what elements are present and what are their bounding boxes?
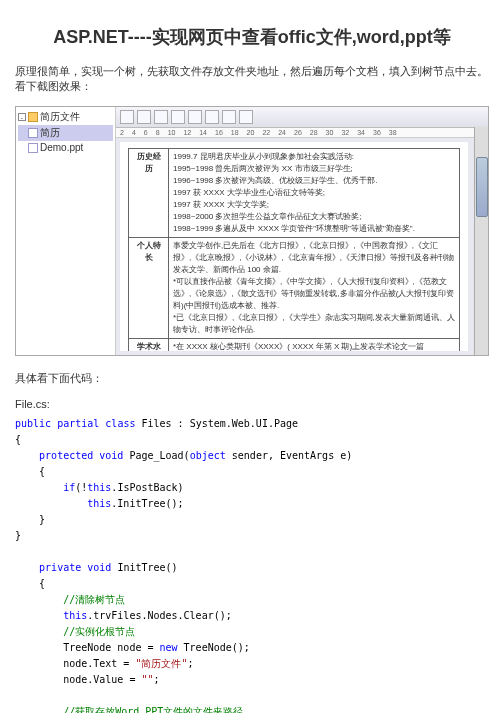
- ruler: 2468101214161820222426283032343638: [116, 128, 488, 138]
- doc-row-label: 个人特长: [129, 238, 169, 339]
- tree-item-doc[interactable]: 简历: [18, 125, 113, 141]
- page-title: ASP.NET----实现网页中查看offic文件,word,ppt等: [15, 25, 489, 49]
- tree-item-ppt[interactable]: Demo.ppt: [18, 141, 113, 154]
- tree-item-label: Demo.ppt: [40, 142, 83, 153]
- tree-root-label: 简历文件: [40, 110, 80, 124]
- file-icon: [28, 128, 38, 138]
- toolbar-button[interactable]: [120, 110, 134, 124]
- tree-root[interactable]: - 简历文件: [18, 109, 113, 125]
- scroll-thumb[interactable]: [476, 157, 488, 217]
- doc-row-label: 学术水平: [129, 339, 169, 352]
- doc-toolbar: [116, 107, 488, 128]
- vertical-scrollbar[interactable]: [474, 127, 488, 355]
- toolbar-button[interactable]: [171, 110, 185, 124]
- tree-pane: - 简历文件 简历 Demo.ppt: [16, 107, 116, 355]
- screenshot-panel: - 简历文件 简历 Demo.ppt 246810121416182022242…: [15, 106, 489, 356]
- subheading: 具体看下面代码：: [15, 371, 489, 386]
- tree-item-label: 简历: [40, 126, 60, 140]
- intro-text: 原理很简单，实现一个树，先获取文件存放文件夹地址，然后遍历每个文档，填入到树节点…: [15, 64, 489, 94]
- doc-content: 历史经历1999.7 昆明君庆毕业从小到现象参加社会实践活动: 1995~199…: [120, 142, 468, 351]
- toolbar-button[interactable]: [137, 110, 151, 124]
- doc-row-text: 事爱文学创作,已先后在《北方日报》,《北京日报》,《中国教育报》,《文汇报》,《…: [169, 238, 460, 339]
- code-block: public partial class Files : System.Web.…: [15, 416, 489, 713]
- toolbar-button[interactable]: [154, 110, 168, 124]
- collapse-icon[interactable]: -: [18, 113, 26, 121]
- doc-row-label: 历史经历: [129, 149, 169, 238]
- doc-row-text: *在 XXXX 核心类期刊《XXXX》( XXXX 年第 X 期)上发表学术论文…: [169, 339, 460, 352]
- document-viewer: 2468101214161820222426283032343638 历史经历1…: [116, 107, 488, 355]
- toolbar-button[interactable]: [239, 110, 253, 124]
- folder-icon: [28, 112, 38, 122]
- toolbar-button[interactable]: [205, 110, 219, 124]
- toolbar-button[interactable]: [188, 110, 202, 124]
- toolbar-button[interactable]: [222, 110, 236, 124]
- file-icon: [28, 143, 38, 153]
- doc-row-text: 1999.7 昆明君庆毕业从小到现象参加社会实践活动: 1995~1998 曾先…: [169, 149, 460, 238]
- filename-label: File.cs:: [15, 398, 489, 410]
